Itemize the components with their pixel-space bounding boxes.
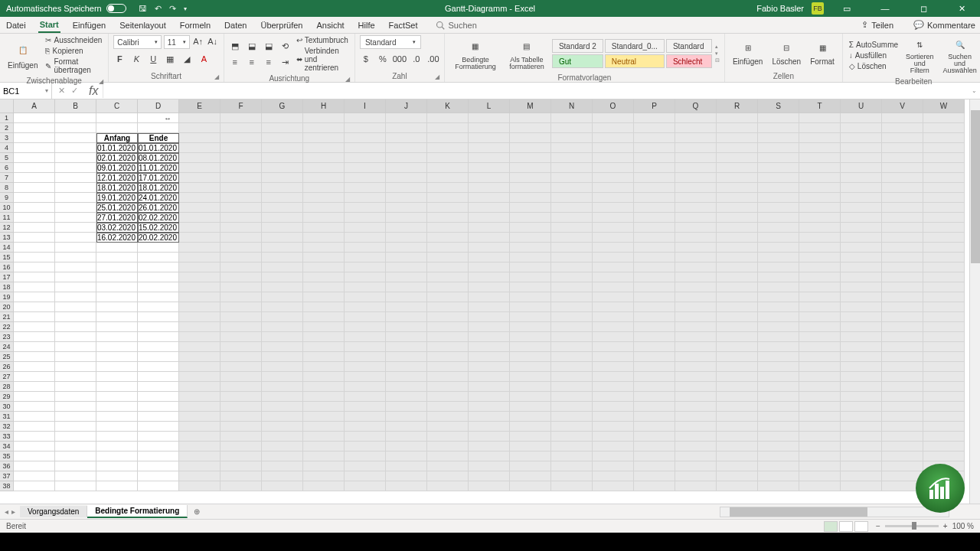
row-header-6[interactable]: 6 — [0, 163, 14, 173]
tab-factset[interactable]: FactSet — [387, 18, 420, 32]
cell-I4[interactable] — [345, 143, 386, 153]
cell-G21[interactable] — [262, 312, 303, 322]
dialog-launcher-icon[interactable]: ◢ — [99, 78, 103, 85]
cell-T1[interactable] — [799, 113, 841, 123]
cell-P8[interactable] — [634, 183, 675, 193]
cell-Q29[interactable] — [675, 392, 717, 402]
row-header-15[interactable]: 15 — [0, 253, 14, 262]
cell-I8[interactable] — [345, 183, 386, 193]
cell-F7[interactable] — [220, 173, 262, 183]
cell-A29[interactable] — [14, 392, 55, 402]
cell-I17[interactable] — [345, 272, 386, 282]
cell-R2[interactable] — [717, 123, 758, 133]
cell-G11[interactable] — [262, 213, 303, 223]
cell-W17[interactable] — [923, 272, 965, 282]
cell-P3[interactable] — [634, 133, 675, 143]
cell-C29[interactable] — [96, 392, 138, 402]
cell-F35[interactable] — [220, 452, 262, 461]
align-center-icon[interactable]: ≡ — [246, 56, 258, 68]
cell-U27[interactable] — [841, 372, 882, 382]
cell-O31[interactable] — [593, 412, 634, 422]
cell-F38[interactable] — [220, 481, 262, 491]
cell-G9[interactable] — [262, 193, 303, 203]
cell-G31[interactable] — [262, 412, 303, 422]
cell-J1[interactable] — [386, 113, 427, 123]
cell-F21[interactable] — [220, 312, 262, 322]
col-header-J[interactable]: J — [386, 99, 427, 113]
cell-N20[interactable] — [551, 302, 593, 312]
cell-V23[interactable] — [882, 332, 923, 342]
cell-I10[interactable] — [345, 203, 386, 213]
cell-A25[interactable] — [14, 352, 55, 362]
cell-A38[interactable] — [14, 481, 55, 491]
cell-B9[interactable] — [55, 193, 96, 203]
cell-F8[interactable] — [220, 183, 262, 193]
cell-T23[interactable] — [799, 332, 841, 342]
cell-K1[interactable] — [427, 113, 469, 123]
cell-R19[interactable] — [717, 292, 758, 302]
row-header-37[interactable]: 37 — [0, 471, 14, 481]
add-sheet-button[interactable]: ⊕ — [188, 507, 206, 516]
cell-R6[interactable] — [717, 163, 758, 173]
cell-B3[interactable] — [55, 133, 96, 143]
cell-R21[interactable] — [717, 312, 758, 322]
cell-K35[interactable] — [427, 452, 469, 461]
cell-H34[interactable] — [303, 442, 345, 452]
cell-A24[interactable] — [14, 342, 55, 352]
cell-O8[interactable] — [593, 183, 634, 193]
cell-B31[interactable] — [55, 412, 96, 422]
cell-G29[interactable] — [262, 392, 303, 402]
cell-H28[interactable] — [303, 382, 345, 392]
tab-formeln[interactable]: Formeln — [178, 18, 212, 32]
cell-W28[interactable] — [923, 382, 965, 392]
cell-C2[interactable] — [96, 123, 138, 133]
cell-style-standard[interactable]: Standard — [666, 39, 712, 53]
cell-Q2[interactable] — [675, 123, 717, 133]
cell-R18[interactable] — [717, 282, 758, 292]
cell-V14[interactable] — [882, 243, 923, 253]
cell-J5[interactable] — [386, 153, 427, 163]
cell-H13[interactable] — [303, 233, 345, 243]
cell-B25[interactable] — [55, 352, 96, 362]
fill-color-button[interactable]: ◢ — [181, 53, 193, 65]
cell-C19[interactable] — [96, 292, 138, 302]
cell-M13[interactable] — [510, 233, 551, 243]
cell-S2[interactable] — [758, 123, 799, 133]
insert-cells-button[interactable]: ⊞Einfügen — [730, 39, 766, 67]
cell-G8[interactable] — [262, 183, 303, 193]
cell-D35[interactable] — [138, 452, 179, 461]
cell-W32[interactable] — [923, 422, 965, 432]
increase-decimal-icon[interactable]: .0 — [410, 53, 423, 65]
cell-F20[interactable] — [220, 302, 262, 312]
cell-M22[interactable] — [510, 322, 551, 332]
cell-E20[interactable] — [179, 302, 220, 312]
cell-P28[interactable] — [634, 382, 675, 392]
auto-save[interactable]: Automatisches Speichern — [0, 4, 132, 13]
cell-V3[interactable] — [882, 133, 923, 143]
cell-F24[interactable] — [220, 342, 262, 352]
row-header-25[interactable]: 25 — [0, 352, 14, 362]
cell-T27[interactable] — [799, 372, 841, 382]
cell-H35[interactable] — [303, 452, 345, 461]
cell-S19[interactable] — [758, 292, 799, 302]
cell-K10[interactable] — [427, 203, 469, 213]
row-header-18[interactable]: 18 — [0, 282, 14, 292]
cell-B10[interactable] — [55, 203, 96, 213]
cell-K5[interactable] — [427, 153, 469, 163]
cell-H12[interactable] — [303, 223, 345, 233]
cell-T30[interactable] — [799, 402, 841, 412]
row-header-14[interactable]: 14 — [0, 243, 14, 253]
cell-M6[interactable] — [510, 163, 551, 173]
row-header-5[interactable]: 5 — [0, 153, 14, 163]
cell-J28[interactable] — [386, 382, 427, 392]
cell-S27[interactable] — [758, 372, 799, 382]
cell-M2[interactable] — [510, 123, 551, 133]
cell-S32[interactable] — [758, 422, 799, 432]
cell-E15[interactable] — [179, 253, 220, 262]
cell-U10[interactable] — [841, 203, 882, 213]
cell-J27[interactable] — [386, 372, 427, 382]
cell-I22[interactable] — [345, 322, 386, 332]
col-header-N[interactable]: N — [551, 99, 593, 113]
cell-R11[interactable] — [717, 213, 758, 223]
cell-S30[interactable] — [758, 402, 799, 412]
